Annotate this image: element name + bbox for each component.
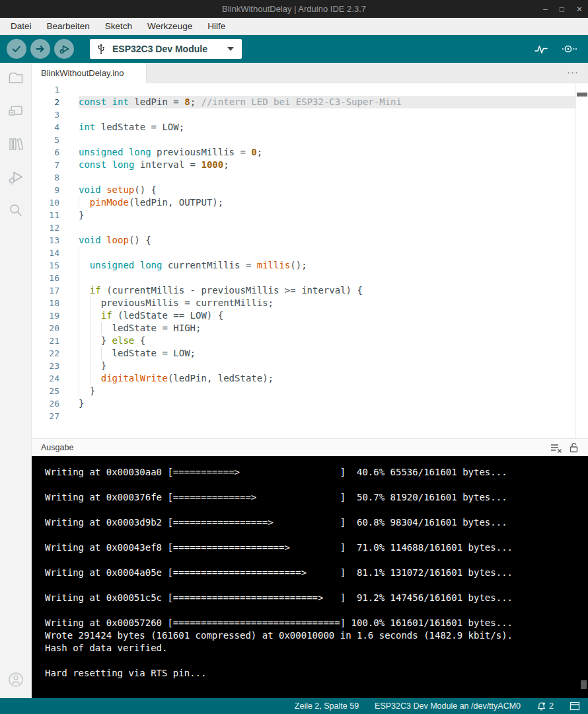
- menu-bearbeiten[interactable]: Bearbeiten: [42, 21, 95, 31]
- editor-scrollbar-thumb[interactable]: [577, 93, 587, 97]
- code-line: 13void loop() {: [32, 234, 588, 247]
- arrow-right-icon: [35, 44, 46, 54]
- code-line: 27: [32, 410, 588, 422]
- menu-datei[interactable]: Datei: [5, 21, 37, 31]
- code-line: 23 }: [32, 360, 588, 372]
- code-line: 22 ledState = LOW;: [32, 347, 588, 360]
- minimize-button[interactable]: –: [543, 5, 548, 14]
- debug-button[interactable]: [54, 39, 74, 59]
- editor-scrollbar-track: [575, 83, 576, 438]
- bell-icon: [536, 701, 546, 711]
- code-line: 12: [32, 221, 588, 234]
- debug-icon: [59, 44, 70, 55]
- code-line: 24 digitalWrite(ledPin, ledState);: [32, 372, 588, 385]
- code-line: 11}: [32, 209, 588, 221]
- toggle-panel-icon[interactable]: [570, 701, 580, 711]
- output-console[interactable]: Writing at 0x00030aa0 [===========> ] 40…: [32, 456, 588, 698]
- serial-monitor-icon[interactable]: [562, 42, 577, 56]
- window-title: BlinkWithoutDelay | Arduino IDE 2.3.7: [222, 4, 366, 14]
- code-line: 20 ledState = HIGH;: [32, 322, 588, 335]
- code-editor[interactable]: 12const int ledPin = 8; //intern LED bei…: [32, 83, 588, 438]
- code-line: 7const long interval = 1000;: [32, 159, 588, 171]
- code-line: 3: [32, 108, 588, 121]
- output-panel-title: Ausgabe: [41, 443, 73, 452]
- debug-icon[interactable]: [7, 169, 24, 186]
- library-manager-icon[interactable]: [7, 136, 24, 153]
- menu-sketch[interactable]: Sketch: [100, 21, 137, 31]
- selected-board-label: ESP32C3 Dev Module: [112, 44, 227, 54]
- title-bar: BlinkWithoutDelay | Arduino IDE 2.3.7 – …: [0, 0, 588, 18]
- code-line: 4int ledState = LOW;: [32, 121, 588, 134]
- code-line: 6unsigned long previousMillis = 0;: [32, 146, 588, 159]
- code-line: 19 if (ledState == LOW) {: [32, 309, 588, 322]
- notifications-button[interactable]: 2: [536, 701, 554, 711]
- code-line: 17 if (currentMillis - previousMillis >=…: [32, 284, 588, 297]
- menu-werkzeuge[interactable]: Werkzeuge: [142, 21, 198, 31]
- code-line: 14: [32, 247, 588, 259]
- tab-overflow-menu[interactable]: ···: [567, 66, 579, 77]
- code-line: 26}: [32, 397, 588, 410]
- notification-count: 2: [549, 701, 554, 711]
- board-port-status[interactable]: ESP32C3 Dev Module an /dev/ttyACM0: [375, 701, 521, 711]
- status-bar: Zeile 2, Spalte 59 ESP32C3 Dev Module an…: [0, 698, 588, 714]
- output-panel-header: Ausgabe: [32, 438, 588, 456]
- board-selector[interactable]: ESP32C3 Dev Module: [90, 39, 242, 59]
- menu-hilfe[interactable]: Hilfe: [202, 21, 231, 31]
- account-icon[interactable]: [7, 670, 25, 689]
- lock-open-icon[interactable]: [569, 442, 579, 453]
- code-line: 10 pinMode(ledPin, OUTPUT);: [32, 196, 588, 209]
- code-line: 21 } else {: [32, 335, 588, 347]
- code-line: 8: [32, 171, 588, 184]
- code-line: 16: [32, 272, 588, 284]
- check-icon: [11, 44, 22, 54]
- code-line: 15 unsigned long currentMillis = millis(…: [32, 259, 588, 272]
- upload-button[interactable]: [30, 39, 50, 59]
- chevron-down-icon: [227, 47, 234, 51]
- toolbar: ESP32C3 Dev Module: [0, 35, 588, 63]
- code-line: 9void setup() {: [32, 184, 588, 196]
- code-line: 18 previousMillis = currentMillis;: [32, 297, 588, 309]
- activity-sidebar: [0, 63, 32, 698]
- code-line: 5: [32, 134, 588, 146]
- console-text: Writing at 0x00030aa0 [===========> ] 40…: [32, 456, 588, 680]
- console-scrollbar-thumb[interactable]: [581, 680, 587, 689]
- code-line: 1: [32, 83, 588, 96]
- boards-manager-icon[interactable]: [7, 102, 24, 120]
- arduino-ide-window: BlinkWithoutDelay | Arduino IDE 2.3.7 – …: [0, 0, 588, 714]
- tab-blinkwithoutdelay[interactable]: BlinkWithoutDelay.ino: [32, 63, 147, 83]
- maximize-button[interactable]: □: [560, 5, 564, 14]
- tab-bar: BlinkWithoutDelay.ino ···: [32, 63, 588, 83]
- usb-icon: [96, 43, 106, 55]
- search-icon[interactable]: [7, 202, 24, 219]
- serial-plotter-icon[interactable]: [534, 42, 548, 56]
- close-button[interactable]: ✕: [576, 5, 583, 14]
- menu-bar: Datei Bearbeiten Sketch Werkzeuge Hilfe: [0, 18, 588, 35]
- verify-button[interactable]: [7, 39, 26, 59]
- code-lines: 12const int ledPin = 8; //intern LED bei…: [32, 83, 588, 422]
- sketchbook-folder-icon[interactable]: [7, 69, 24, 87]
- tab-label: BlinkWithoutDelay.ino: [41, 68, 124, 78]
- clear-output-icon[interactable]: [550, 443, 562, 453]
- cursor-position[interactable]: Zeile 2, Spalte 59: [295, 701, 359, 711]
- code-line: 25 }: [32, 385, 588, 397]
- code-line: 2const int ledPin = 8; //intern LED bei …: [32, 96, 588, 108]
